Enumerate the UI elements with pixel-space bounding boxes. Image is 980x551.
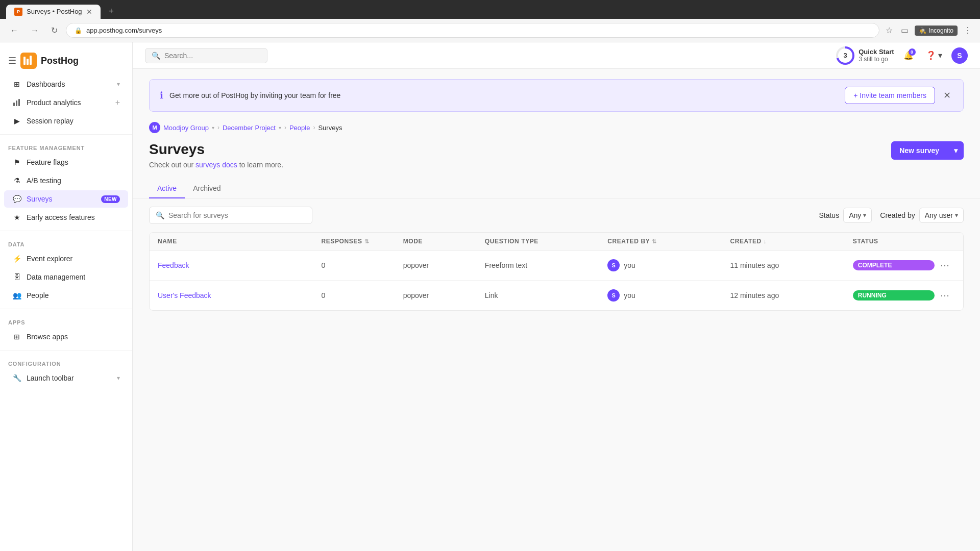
page-title-area: Surveys Check out our surveys docs to le…	[149, 141, 283, 169]
active-tab[interactable]: P Surveys • PostHog ✕	[6, 5, 101, 19]
banner-close-button[interactable]: ✕	[941, 88, 953, 103]
breadcrumb-project[interactable]: December Project ▾	[223, 124, 281, 132]
sidebar-item-product-analytics[interactable]: Product analytics +	[4, 94, 128, 111]
svg-rect-3	[30, 56, 32, 65]
invite-team-button[interactable]: + Invite team members	[845, 87, 935, 104]
tab-favicon: P	[14, 8, 22, 16]
browser-actions: ☆ ▭ 🕵 Incognito ⋮	[884, 23, 974, 37]
url-bar[interactable]: 🔒 app.posthog.com/surveys	[66, 23, 879, 38]
invite-banner: ℹ Get more out of PostHog by inviting yo…	[149, 79, 964, 112]
created-by-filter-value: Any user	[925, 211, 953, 219]
notification-badge: 0	[909, 48, 916, 56]
sidebar-label-session-replay: Session replay	[27, 117, 120, 125]
flask-icon: ⚗	[12, 176, 21, 185]
sidebar-item-browse-apps[interactable]: ⊞ Browse apps	[4, 328, 128, 345]
surveys-docs-link[interactable]: surveys docs	[195, 161, 237, 169]
search-icon: 🔍	[152, 52, 160, 60]
breadcrumb-group[interactable]: M Moodjoy Group ▾	[149, 122, 214, 133]
users-icon: 👥	[12, 291, 21, 300]
sidebar-item-people[interactable]: 👥 People	[4, 287, 128, 304]
status-badge-1: COMPLETE	[853, 260, 935, 270]
th-created[interactable]: CREATED ↓	[730, 238, 852, 245]
quickstart-subtitle: 3 still to go	[859, 56, 894, 63]
top-bar: 🔍 3 Quick Start 3 still to go 🔔 0	[133, 42, 980, 69]
plus-icon[interactable]: +	[115, 98, 120, 107]
user-avatar-button[interactable]: S	[951, 47, 968, 64]
th-actions	[935, 238, 955, 245]
page-header: Surveys Check out our surveys docs to le…	[133, 141, 980, 169]
sidebar-item-feature-flags[interactable]: ⚑ Feature flags	[4, 154, 128, 171]
row-more-button-2[interactable]: ⋯	[935, 288, 955, 303]
svg-rect-6	[18, 99, 20, 106]
sidebar-label-event-explorer: Event explorer	[27, 255, 120, 263]
database-icon: 🗄	[12, 272, 21, 282]
surveys-table: NAME RESPONSES ⇅ MODE QUESTION TYPE CREA…	[149, 232, 964, 311]
sidebar-item-session-replay[interactable]: ▶ Session replay	[4, 112, 128, 130]
survey-created-by-1: S you	[607, 259, 730, 271]
hamburger-button[interactable]: ☰	[8, 55, 16, 66]
sidebar-item-dashboards[interactable]: ⊞ Dashboards ▾	[4, 76, 128, 93]
breadcrumb-sep-2: ›	[284, 124, 286, 131]
th-name: NAME	[158, 238, 321, 245]
sidebar-divider-3	[0, 309, 132, 309]
th-created-by[interactable]: CREATED BY ⇅	[607, 238, 730, 245]
created-by-filter-select[interactable]: Any user ▾	[919, 208, 964, 223]
breadcrumb-section[interactable]: People	[289, 124, 310, 132]
created-by-dropdown-arrow: ▾	[955, 212, 958, 219]
browser-chrome: P Surveys • PostHog ✕ +	[0, 0, 980, 19]
quickstart-progress-circle: 3	[836, 46, 854, 65]
survey-name-feedback[interactable]: Feedback	[158, 261, 321, 269]
posthog-logo-text: PostHog	[41, 56, 79, 66]
global-search-box[interactable]: 🔍	[145, 48, 267, 63]
breadcrumb-section-name: People	[289, 124, 310, 132]
new-tab-button[interactable]: +	[105, 4, 118, 19]
flag-icon: ⚑	[12, 158, 21, 167]
info-icon: ℹ	[160, 90, 163, 101]
notifications-button[interactable]: 🔔 0	[900, 47, 917, 63]
breadcrumb-sep-3: ›	[313, 124, 315, 131]
new-survey-dropdown-arrow[interactable]: ▾	[948, 141, 964, 160]
tab-archived[interactable]: Archived	[185, 179, 229, 198]
th-question-type: QUESTION TYPE	[485, 238, 607, 245]
survey-search-input[interactable]	[168, 211, 306, 219]
survey-name-user-feedback[interactable]: User's Feedback	[158, 291, 321, 299]
th-responses[interactable]: RESPONSES ⇅	[321, 238, 403, 245]
apps-label: APPS	[0, 313, 132, 328]
chevron-down-icon-toolbar: ▾	[117, 374, 120, 382]
quickstart-button[interactable]: 3 Quick Start 3 still to go	[836, 46, 894, 65]
filter-controls: Status Any ▾ Created by Any user ▾	[819, 208, 964, 223]
star-icon: ★	[12, 213, 21, 222]
filters-row: 🔍 Status Any ▾ Created by Any user ▾	[133, 207, 980, 224]
new-survey-button[interactable]: New survey ▾	[891, 141, 964, 160]
row-more-button-1[interactable]: ⋯	[935, 258, 955, 273]
tab-title: Surveys • PostHog	[27, 8, 82, 15]
sidebar-item-event-explorer[interactable]: ⚡ Event explorer	[4, 250, 128, 267]
breadcrumb: M Moodjoy Group ▾ › December Project ▾ ›…	[133, 122, 980, 133]
survey-search-box[interactable]: 🔍	[149, 207, 312, 224]
posthog-logo[interactable]: PostHog	[20, 53, 79, 69]
forward-button[interactable]: →	[27, 24, 43, 37]
help-button[interactable]: ❓ ▾	[923, 47, 945, 63]
config-label: CONFIGURATION	[0, 355, 132, 369]
sidebar-item-data-management[interactable]: 🗄 Data management	[4, 268, 128, 286]
reload-button[interactable]: ↻	[47, 23, 62, 37]
sidebar-item-early-access[interactable]: ★ Early access features	[4, 209, 128, 226]
bookmark-button[interactable]: ☆	[884, 23, 895, 37]
sidebar-label-feature-flags: Feature flags	[27, 158, 120, 166]
sidebar-item-surveys[interactable]: 💬 Surveys NEW	[4, 190, 128, 208]
survey-mode-2: popover	[403, 291, 485, 299]
status-filter-select[interactable]: Any ▾	[843, 208, 872, 223]
back-button[interactable]: ←	[6, 24, 22, 37]
tab-close-btn[interactable]: ✕	[86, 8, 92, 16]
quickstart-text-block: Quick Start 3 still to go	[859, 48, 894, 63]
sidebar-item-launch-toolbar[interactable]: 🔧 Launch toolbar ▾	[4, 369, 128, 387]
sidebar-header: ☰ PostHog	[0, 46, 132, 75]
created-by-filter-group: Created by Any user ▾	[880, 208, 964, 223]
sidebar-item-ab-testing[interactable]: ⚗ A/B testing	[4, 172, 128, 189]
feature-management-label: FEATURE MANAGEMENT	[0, 139, 132, 153]
survey-mode-1: popover	[403, 261, 485, 269]
global-search-input[interactable]	[164, 52, 261, 60]
cast-button[interactable]: ▭	[899, 23, 911, 37]
tab-active[interactable]: Active	[149, 179, 185, 198]
more-options-button[interactable]: ⋮	[962, 23, 974, 37]
